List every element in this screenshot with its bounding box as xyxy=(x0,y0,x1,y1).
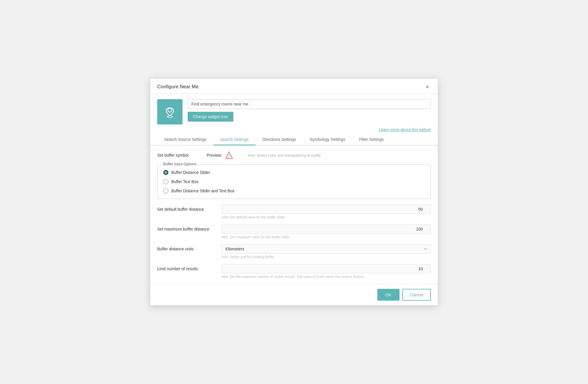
tab-symbology[interactable]: Symbology Settings xyxy=(303,134,352,145)
default-buffer-hint: Hint: Set default value for the buffer s… xyxy=(222,215,431,219)
radio-row-slider: Buffer Distance Slider xyxy=(163,170,425,175)
tab-search[interactable]: Search Settings xyxy=(213,134,255,145)
location-pin-icon xyxy=(162,104,177,119)
radio-buffer-both[interactable] xyxy=(163,188,168,193)
learn-more-row: Learn more about this widget xyxy=(150,127,438,134)
limit-results-label: Limit number of results xyxy=(157,264,215,271)
limit-results-right: Hint: Set the maximum number of visible … xyxy=(222,264,431,279)
widget-right: Change widget icon xyxy=(188,99,431,122)
buffer-units-select[interactable]: Miles Kilometers Meters Feet xyxy=(222,244,431,254)
max-buffer-label: Set maximum buffer distance xyxy=(157,224,215,231)
widget-icon-box xyxy=(157,99,182,124)
tab-filter[interactable]: Filter Settings xyxy=(352,134,391,145)
max-buffer-row: Set maximum buffer distance Hint: Set ma… xyxy=(157,224,431,239)
modal-footer: OK Cancel xyxy=(150,284,438,305)
limit-results-input[interactable] xyxy=(222,264,431,273)
radio-label-textbox[interactable]: Buffer Text Box xyxy=(171,179,198,184)
radio-buffer-textbox[interactable] xyxy=(163,179,168,184)
default-buffer-row: Set default buffer distance Hint: Set de… xyxy=(157,205,431,219)
buffer-symbol-hint: Hint: Select color and transparency of b… xyxy=(248,153,321,158)
radio-label-both[interactable]: Buffer Distance Slider and Text Box xyxy=(171,189,235,193)
preview-row: Preview: xyxy=(207,151,233,159)
widget-section: Change widget icon xyxy=(150,94,438,127)
default-buffer-right: Hint: Set default value for the buffer s… xyxy=(222,205,431,219)
tab-search-source[interactable]: Search Source Settings xyxy=(157,134,213,145)
default-buffer-label: Set default buffer distance xyxy=(157,205,215,212)
close-button[interactable]: × xyxy=(424,83,431,90)
default-buffer-input[interactable] xyxy=(222,205,431,214)
buffer-preview-shape[interactable] xyxy=(225,151,233,159)
configure-near-me-modal: Configure Near Me × Change widget icon L… xyxy=(150,79,438,305)
buffer-units-row: Buffer distance units Miles Kilometers M… xyxy=(157,244,431,259)
change-widget-icon-button[interactable]: Change widget icon xyxy=(188,112,233,122)
radio-row-both: Buffer Distance Slider and Text Box xyxy=(163,188,425,193)
tab-content: Set buffer symbol Preview: Hint: Select … xyxy=(150,145,438,284)
modal-title: Configure Near Me xyxy=(157,84,199,90)
svg-point-0 xyxy=(168,108,172,112)
tab-directions[interactable]: Directions Settings xyxy=(255,134,303,145)
ok-button[interactable]: OK xyxy=(377,289,400,301)
max-buffer-input[interactable] xyxy=(222,224,431,234)
buffer-symbol-row: Set buffer symbol Preview: Hint: Select … xyxy=(157,151,431,159)
buffer-units-hint: Hint: Define unit for creating buffer xyxy=(222,255,431,259)
buffer-symbol-label: Set buffer symbol xyxy=(157,153,197,158)
buffer-options-box: Buffer Input Options Buffer Distance Sli… xyxy=(157,164,431,199)
tabs-bar: Search Source Settings Search Settings D… xyxy=(150,134,438,145)
cancel-button[interactable]: Cancel xyxy=(402,289,431,301)
radio-row-textbox: Buffer Text Box xyxy=(163,179,425,184)
buffer-units-right: Miles Kilometers Meters Feet Hint: Defin… xyxy=(222,244,431,259)
learn-more-link[interactable]: Learn more about this widget xyxy=(379,127,431,132)
buffer-units-label: Buffer distance units xyxy=(157,244,215,251)
preview-label: Preview: xyxy=(207,153,222,158)
limit-results-hint: Hint: Set the maximum number of visible … xyxy=(222,275,431,279)
limit-results-row: Limit number of results Hint: Set the ma… xyxy=(157,264,431,279)
widget-title-input[interactable] xyxy=(188,99,431,109)
max-buffer-hint: Hint: Set maximum value for the buffer s… xyxy=(222,235,431,239)
modal-header: Configure Near Me × xyxy=(150,79,438,94)
max-buffer-right: Hint: Set maximum value for the buffer s… xyxy=(222,224,431,239)
svg-marker-4 xyxy=(226,152,232,159)
radio-label-slider[interactable]: Buffer Distance Slider xyxy=(171,170,210,175)
buffer-options-legend: Buffer Input Options xyxy=(162,162,198,166)
radio-buffer-slider[interactable] xyxy=(163,170,168,175)
